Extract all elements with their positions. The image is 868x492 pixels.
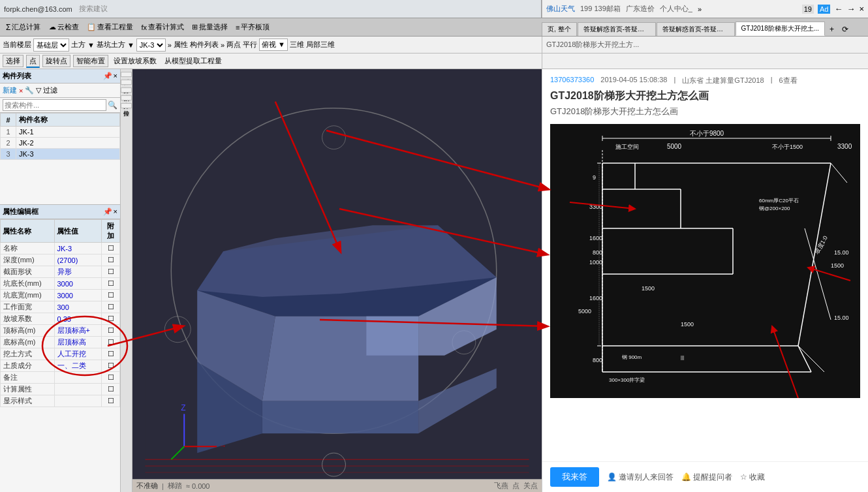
prop-table-row[interactable]: 顶标高(m) 层顶标高+ ☐ <box>1 325 120 337</box>
remind-btn[interactable]: 🔔 提醒提问者 <box>681 472 732 483</box>
prop-cell-attach[interactable]: ☐ <box>102 372 120 384</box>
prop-cell-attach[interactable]: ☐ <box>102 266 120 278</box>
comp-table-row[interactable]: 1 JK-1 <box>1 127 120 138</box>
comp-close-icon[interactable]: × <box>114 72 117 80</box>
prop-cell-value[interactable] <box>54 372 102 384</box>
toolbar-view-qty-btn[interactable]: 📋 查看工程量 <box>84 21 136 33</box>
toolbar-batch-btn[interactable]: ⊞ 批量选择 <box>189 21 230 33</box>
side-btn-stretch[interactable]: 拉伸 <box>121 103 132 108</box>
element-select[interactable]: JK-3 <box>136 38 166 52</box>
mail199-label[interactable]: 199 139邮箱 <box>580 4 621 14</box>
parallel-btn[interactable]: 平行 <box>243 40 257 50</box>
prop-table-row[interactable]: 底标高(m) 层顶标高 ☐ <box>1 337 120 348</box>
prop-pin-icon[interactable]: 📌 <box>103 208 112 216</box>
prop-cell-value[interactable]: JK-3 <box>54 243 102 254</box>
prop-cell-value[interactable]: 3000 <box>54 278 102 290</box>
prop-cell-attach[interactable]: ☐ <box>102 384 120 395</box>
personal-center-label[interactable]: 个人中心_ <box>660 4 692 14</box>
prop-cell-value[interactable]: 层顶标高 <box>54 337 102 348</box>
comp-pin-icon[interactable]: 📌 <box>103 72 112 80</box>
toolbar-sum-btn[interactable]: Σ 汇总计算 <box>3 20 44 34</box>
comp-table-row[interactable]: 3 JK-3 <box>1 149 120 160</box>
prop-cell-attach[interactable]: ☐ <box>102 243 120 254</box>
prop-table-row[interactable]: 截面形状 异形 ☐ <box>1 266 120 278</box>
view-select[interactable]: 俯视 ▼ <box>259 38 288 51</box>
prop-cell-value[interactable]: 3000 <box>54 290 102 301</box>
guangdong-label[interactable]: 广东造价 <box>626 4 655 14</box>
del-comp-btn[interactable]: × <box>19 87 23 95</box>
prop-close-icon[interactable]: × <box>114 208 117 216</box>
browser-close-btn[interactable]: × <box>859 4 864 14</box>
prop-table-row[interactable]: 挖土方式 人工开挖 ☐ <box>1 348 120 360</box>
collect-btn[interactable]: ☆ 收藏 <box>740 472 765 483</box>
prop-cell-attach[interactable]: ☐ <box>102 313 120 325</box>
browser-forward-btn[interactable]: → <box>846 4 855 14</box>
browser-tab-2[interactable]: 答疑解惑首页-答疑解惑 <box>657 22 735 36</box>
copy-comp-btn[interactable]: 🔧 <box>25 86 34 95</box>
prop-table-row[interactable]: 坑底宽(mm) 3000 ☐ <box>1 290 120 301</box>
prop-cell-attach[interactable]: ☐ <box>102 395 120 407</box>
side-btn-split[interactable]: 分割 <box>121 87 132 93</box>
comp-table-row[interactable]: 2 JK-2 <box>1 138 120 149</box>
prop-cell-value[interactable]: 0.33 <box>54 313 102 325</box>
edge-point-btn[interactable]: 旋转点 <box>42 55 70 67</box>
browser-tab-active[interactable]: GTJ2018阶梯形大开挖土... <box>736 22 825 36</box>
prop-table-row[interactable]: 工作面宽 300 ☐ <box>1 301 120 313</box>
new-tab-btn[interactable]: + <box>826 23 838 36</box>
col-list-label[interactable]: 构件列表 <box>190 40 219 50</box>
new-comp-btn[interactable]: 新建 <box>3 85 17 95</box>
prop-cell-attach[interactable]: ☐ <box>102 278 120 290</box>
prop-table-row[interactable]: 显示样式 ☐ <box>1 395 120 407</box>
toolbar-align-btn[interactable]: ≡ 平齐板顶 <box>233 21 272 33</box>
refresh-btn[interactable]: ⟳ <box>838 23 852 36</box>
prop-table-row[interactable]: 土质成分 一、二类 ☐ <box>1 360 120 372</box>
prop-cell-value[interactable]: 一、二类 <box>54 360 102 372</box>
select-btn[interactable]: 选择 <box>3 55 23 67</box>
comp-search-icon[interactable]: 🔍 <box>108 100 117 110</box>
prop-cell-attach[interactable]: ☐ <box>102 325 120 337</box>
side-btn-trim[interactable]: 修剪 <box>121 80 132 85</box>
move-comp-btn[interactable]: ▽ <box>36 86 41 95</box>
prop-table-row[interactable]: 深度(mm) (2700) ☐ <box>1 254 120 266</box>
toolbar-cloud-btn[interactable]: ☁ 云检查 <box>46 21 82 33</box>
prop-cell-value[interactable] <box>54 384 102 395</box>
more-label[interactable]: » <box>698 5 702 13</box>
two-points-btn[interactable]: 两点 <box>226 40 241 50</box>
prop-cell-attach[interactable]: ☐ <box>102 348 120 360</box>
side-btn-merge[interactable]: 合并 <box>121 95 132 100</box>
local-3d-btn[interactable]: 局部三维 <box>306 40 335 50</box>
prop-icon[interactable]: 属性 <box>174 40 188 50</box>
3d-btn[interactable]: 三维 <box>290 40 304 50</box>
prop-table-row[interactable]: 备注 ☐ <box>1 372 120 384</box>
prop-cell-value[interactable]: 300 <box>54 301 102 313</box>
prop-cell-value[interactable]: (2700) <box>54 254 102 266</box>
prop-table-row[interactable]: 名称 JK-3 ☐ <box>1 243 120 254</box>
prop-cell-attach[interactable]: ☐ <box>102 360 120 372</box>
browser-back-btn[interactable]: ← <box>834 4 843 14</box>
floor-select[interactable]: 基础层 <box>33 38 69 52</box>
qa-user-id[interactable]: 13706373360 <box>550 76 594 85</box>
answer-btn[interactable]: 我来答 <box>550 467 599 487</box>
prop-cell-value[interactable]: 层顶标高+ <box>54 325 102 337</box>
invite-btn[interactable]: 👤 邀请别人来回答 <box>607 472 674 483</box>
prop-table-row[interactable]: 计算属性 ☐ <box>1 384 120 395</box>
extract-qty-btn[interactable]: 从模型提取工程量 <box>162 55 225 67</box>
prop-table-row[interactable]: 放坡系数 0.33 ☐ <box>1 313 120 325</box>
prop-cell-attach[interactable]: ☐ <box>102 290 120 301</box>
toolbar-formula-btn[interactable]: fx 查看计算式 <box>138 21 187 33</box>
prop-cell-value[interactable]: 异形 <box>54 266 102 278</box>
browser-tab-0[interactable]: 页, 整个 <box>542 22 577 36</box>
prop-cell-value[interactable] <box>54 395 102 407</box>
comp-search-input[interactable] <box>3 99 106 111</box>
prop-cell-value[interactable]: 人工开挖 <box>54 348 102 360</box>
prop-table-row[interactable]: 坑底长(mm) 3000 ☐ <box>1 278 120 290</box>
side-btn-extend[interactable]: 延伸 <box>121 72 132 77</box>
filter-comp-btn[interactable]: 过滤 <box>43 85 57 95</box>
smart-place-btn[interactable]: 智能布置 <box>73 55 108 67</box>
prop-cell-attach[interactable]: ☐ <box>102 254 120 266</box>
weather-label[interactable]: 佛山天气 <box>546 4 575 14</box>
prop-cell-attach[interactable]: ☐ <box>102 337 120 348</box>
prop-cell-attach[interactable]: ☐ <box>102 301 120 313</box>
set-slope-btn[interactable]: 设置放坡系数 <box>111 55 159 67</box>
browser-tab-1[interactable]: 答疑解惑首页-答疑解惑 <box>578 22 656 36</box>
